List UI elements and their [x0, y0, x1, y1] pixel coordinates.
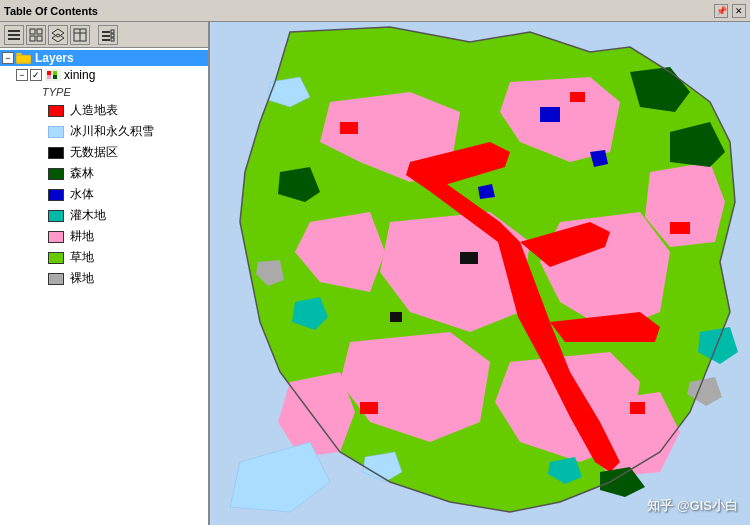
legend-item: 草地 [0, 247, 208, 268]
svg-rect-22 [47, 71, 51, 75]
legend-label-text: 人造地表 [70, 102, 118, 119]
svg-rect-3 [30, 29, 35, 34]
svg-rect-12 [102, 31, 110, 33]
layers-folder-icon [16, 52, 32, 64]
list-view-icon[interactable] [4, 25, 24, 45]
legend-item: 冰川和永久积雪 [0, 121, 208, 142]
svg-rect-2 [8, 38, 20, 40]
legend-item: 耕地 [0, 226, 208, 247]
svg-rect-25 [53, 75, 57, 79]
svg-rect-24 [47, 75, 51, 79]
legend-item: 森林 [0, 163, 208, 184]
legend-item: 无数据区 [0, 142, 208, 163]
xining-layer-icon [45, 69, 61, 81]
svg-rect-5 [30, 36, 35, 41]
svg-rect-34 [390, 312, 402, 322]
map-panel: 知乎 @GIS小白 [210, 22, 750, 525]
map-svg [210, 22, 750, 525]
svg-rect-32 [540, 107, 560, 122]
title-bar: Table Of Contents 📌 ✕ [0, 0, 750, 22]
svg-rect-14 [102, 39, 110, 41]
layer-icon[interactable] [48, 25, 68, 45]
svg-rect-17 [111, 38, 114, 41]
toc-toolbar [0, 22, 208, 48]
svg-marker-8 [52, 34, 64, 42]
layers-expand-icon[interactable]: − [2, 52, 14, 64]
svg-rect-30 [360, 402, 378, 414]
legend-item: 灌木地 [0, 205, 208, 226]
legend-color-swatch [48, 273, 64, 285]
svg-rect-23 [53, 71, 57, 75]
svg-marker-7 [52, 29, 64, 37]
svg-rect-6 [37, 36, 42, 41]
svg-rect-28 [570, 92, 585, 102]
pin-button[interactable]: 📌 [714, 4, 728, 18]
legend-label-text: 裸地 [70, 270, 94, 287]
legend-color-swatch [48, 210, 64, 222]
legend-color-swatch [48, 105, 64, 117]
close-button[interactable]: ✕ [732, 4, 746, 18]
svg-rect-20 [16, 55, 31, 63]
legend-color-swatch [48, 189, 64, 201]
legend-label-text: 水体 [70, 186, 94, 203]
legend-color-swatch [48, 168, 64, 180]
legend-item: 裸地 [0, 268, 208, 289]
svg-rect-1 [8, 34, 20, 36]
legend-container: 人造地表冰川和永久积雪无数据区森林水体灌木地耕地草地裸地 [0, 100, 208, 289]
legend-item: 水体 [0, 184, 208, 205]
type-label: TYPE [42, 86, 71, 98]
layers-label: Layers [35, 51, 74, 65]
svg-rect-13 [102, 35, 110, 37]
legend-color-swatch [48, 147, 64, 159]
svg-rect-0 [8, 30, 20, 32]
legend-item: 人造地表 [0, 100, 208, 121]
xining-expand-icon[interactable]: − [16, 69, 28, 81]
xining-row[interactable]: − ✓ xining [0, 66, 208, 84]
xining-checkbox[interactable]: ✓ [30, 69, 42, 81]
legend-color-swatch [48, 126, 64, 138]
type-row: TYPE [0, 84, 208, 100]
xining-label: xining [64, 68, 95, 82]
layers-header[interactable]: − Layers [0, 50, 208, 66]
toc-panel: − Layers − ✓ [0, 22, 210, 525]
legend-label-text: 森林 [70, 165, 94, 182]
legend-label-text: 冰川和永久积雪 [70, 123, 154, 140]
main-layout: − Layers − ✓ [0, 22, 750, 525]
svg-rect-33 [460, 252, 478, 264]
toc-content: − Layers − ✓ [0, 48, 208, 525]
svg-rect-4 [37, 29, 42, 34]
svg-rect-31 [630, 402, 645, 414]
title-bar-title: Table Of Contents [4, 5, 98, 17]
svg-rect-29 [670, 222, 690, 234]
legend-label-text: 草地 [70, 249, 94, 266]
options-icon[interactable] [98, 25, 118, 45]
svg-rect-15 [111, 30, 114, 33]
legend-label-text: 无数据区 [70, 144, 118, 161]
legend-color-swatch [48, 252, 64, 264]
legend-label-text: 耕地 [70, 228, 94, 245]
legend-color-swatch [48, 231, 64, 243]
legend-label-text: 灌木地 [70, 207, 106, 224]
svg-rect-16 [111, 34, 114, 37]
title-bar-controls: 📌 ✕ [714, 4, 746, 18]
svg-rect-27 [340, 122, 358, 134]
source-view-icon[interactable] [26, 25, 46, 45]
table-icon[interactable] [70, 25, 90, 45]
